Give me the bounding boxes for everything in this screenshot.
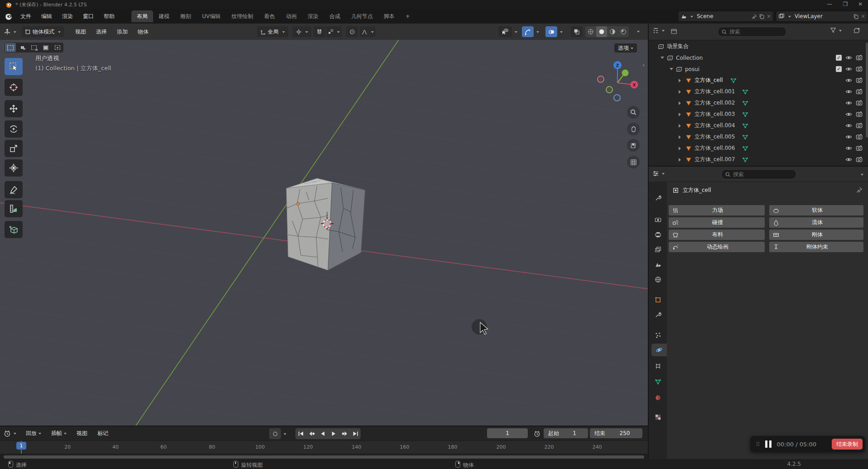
stop-recording-button[interactable]: 结束录制: [832, 439, 863, 450]
disable-render-icon[interactable]: [856, 100, 863, 106]
tab-modeling[interactable]: 建模: [153, 10, 175, 22]
tab-physics[interactable]: [651, 344, 667, 356]
scene-name[interactable]: Scene: [695, 13, 749, 19]
disable-render-icon[interactable]: [856, 145, 863, 152]
use-preview-range-toggle[interactable]: [531, 428, 543, 439]
select-mode-intersect-button[interactable]: [52, 43, 63, 52]
fluid-button[interactable]: 流体: [769, 217, 863, 228]
disable-render-icon[interactable]: [856, 134, 863, 140]
timeline-scrollbar[interactable]: [4, 455, 644, 459]
row-cube-cell-003[interactable]: 立方体_cell.003: [649, 109, 868, 120]
tab-shading[interactable]: 着色: [259, 10, 280, 22]
zoom-view-button[interactable]: [627, 106, 640, 119]
tab-scripting[interactable]: 脚本: [378, 10, 400, 22]
hide-eye-icon[interactable]: [845, 88, 852, 95]
tab-view-layer[interactable]: [651, 243, 665, 256]
soft-body-button[interactable]: 软体: [769, 205, 863, 215]
tool-scale[interactable]: [5, 140, 23, 157]
expander-down-icon[interactable]: [670, 68, 673, 72]
transform-orientation-dropdown[interactable]: 全局: [257, 26, 288, 37]
dynamic-paint-button[interactable]: 动态绘画: [669, 242, 765, 252]
menu-select[interactable]: 选择: [91, 28, 112, 36]
pin-scene-icon[interactable]: [751, 14, 757, 19]
shading-rendered-button[interactable]: [618, 26, 629, 37]
auto-keying-dropdown[interactable]: [269, 428, 286, 439]
properties-options-caret[interactable]: [861, 174, 863, 177]
rigid-body-constraint-button[interactable]: 刚体约束: [769, 242, 863, 252]
hide-eye-icon[interactable]: [845, 77, 852, 84]
jump-to-start-button[interactable]: [295, 428, 306, 439]
hide-eye-icon[interactable]: [845, 122, 852, 129]
shading-material-button[interactable]: [607, 26, 618, 37]
tab-animation[interactable]: 动画: [280, 10, 302, 22]
menu-object[interactable]: 物体: [133, 28, 154, 36]
snap-toggle[interactable]: [313, 26, 325, 37]
previous-keyframe-button[interactable]: [306, 428, 317, 439]
menu-playback[interactable]: 回放: [21, 430, 46, 437]
expander-right-icon[interactable]: [679, 158, 683, 162]
row-cube-cell-001[interactable]: 立方体_cell.001: [649, 86, 868, 97]
row-posui[interactable]: posui ✓: [649, 63, 868, 75]
remove-view-layer-icon[interactable]: ×: [861, 13, 865, 19]
tab-compositing[interactable]: 合成: [324, 10, 346, 22]
timeline-editor-selector[interactable]: [4, 430, 16, 437]
menu-edit[interactable]: 编辑: [36, 11, 57, 22]
outliner-display-mode-icon[interactable]: [670, 28, 677, 35]
menu-view[interactable]: 视图: [72, 430, 92, 437]
scene-selector[interactable]: Scene ×: [678, 11, 774, 22]
jump-to-end-button[interactable]: [350, 428, 361, 439]
tab-texture[interactable]: [651, 411, 665, 423]
playhead-badge[interactable]: 1: [16, 442, 26, 450]
row-collection[interactable]: Collection ✓: [649, 52, 868, 63]
hide-eye-icon[interactable]: [845, 66, 852, 72]
disable-render-icon[interactable]: [856, 122, 863, 129]
new-collection-icon[interactable]: [854, 27, 860, 34]
menu-help[interactable]: 帮助: [99, 11, 120, 22]
expander-right-icon[interactable]: [679, 124, 683, 128]
proportional-editing-toggle[interactable]: [346, 26, 358, 37]
tool-annotate[interactable]: [5, 181, 23, 198]
expander-right-icon[interactable]: [679, 79, 683, 82]
properties-editor-selector[interactable]: [652, 170, 665, 177]
hide-eye-icon[interactable]: [845, 156, 852, 163]
editor-type-selector[interactable]: [4, 28, 16, 35]
tab-output[interactable]: [651, 228, 665, 241]
pivot-point-dropdown[interactable]: [293, 26, 311, 37]
collision-button[interactable]: 碰撞: [669, 217, 765, 228]
tab-scene[interactable]: [651, 258, 665, 271]
expander-right-icon[interactable]: [679, 101, 683, 105]
disable-render-icon[interactable]: [856, 88, 863, 95]
add-workspace-button[interactable]: +: [400, 10, 415, 22]
view-layer-selector[interactable]: ViewLayer ×: [776, 11, 868, 22]
select-mode-extend-button[interactable]: [17, 43, 28, 52]
frame-end-field[interactable]: 结束250: [590, 428, 642, 438]
row-scene-collection[interactable]: 场景集合: [649, 41, 868, 52]
menu-marker[interactable]: 标记: [92, 430, 113, 437]
outliner-editor-selector[interactable]: [652, 27, 665, 34]
hide-eye-icon[interactable]: [845, 100, 852, 106]
tab-texture-paint[interactable]: 纹理绘制: [226, 10, 259, 22]
xray-toggle[interactable]: [571, 26, 583, 37]
cloth-button[interactable]: 布料: [669, 230, 765, 240]
row-cube-cell-004[interactable]: 立方体_cell.004: [649, 120, 868, 131]
disable-render-icon[interactable]: [856, 66, 863, 72]
tool-cursor[interactable]: [5, 79, 23, 96]
hide-eye-icon[interactable]: [845, 111, 852, 118]
select-mode-subtract-button[interactable]: [29, 43, 39, 52]
force-field-button[interactable]: 力场: [669, 205, 765, 215]
tool-measure[interactable]: [5, 200, 23, 217]
close-button[interactable]: ✕: [854, 0, 867, 9]
tab-object-data[interactable]: [651, 375, 665, 388]
viewport-3d[interactable]: 用户透视 (1) Collection | 立方体_cell 选项 ‹ Z X: [0, 40, 648, 426]
visibility-dropdown[interactable]: [498, 26, 517, 37]
pan-view-button[interactable]: [627, 123, 640, 135]
pin-id-icon[interactable]: [856, 187, 863, 193]
row-cube-cell[interactable]: 立方体_cell: [649, 75, 868, 86]
tab-modifiers[interactable]: [651, 308, 665, 321]
tab-sculpting[interactable]: 雕刻: [175, 10, 197, 22]
expander-right-icon[interactable]: [679, 135, 683, 139]
remove-scene-icon[interactable]: ×: [767, 13, 771, 19]
exclude-checkbox[interactable]: ✓: [836, 66, 842, 72]
outliner-scrollbar[interactable]: [866, 43, 868, 138]
outliner-search-input[interactable]: 搜索: [718, 27, 786, 37]
